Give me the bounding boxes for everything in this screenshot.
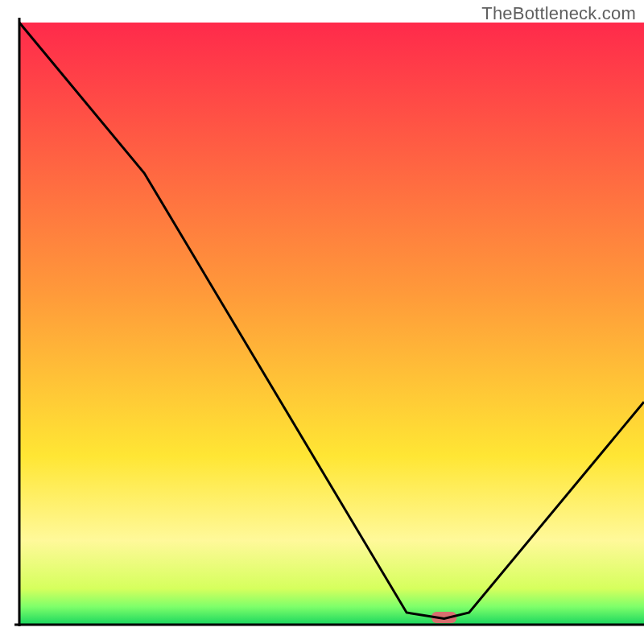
watermark-text: TheBottleneck.com: [481, 3, 636, 24]
chart-container: { "watermark": "TheBottleneck.com", "cha…: [0, 0, 644, 644]
bottleneck-chart: [0, 0, 644, 644]
gradient-background: [19, 23, 644, 625]
